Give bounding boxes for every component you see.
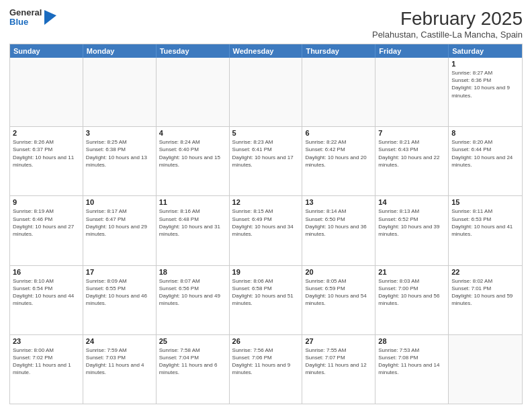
calendar-cell: 28Sunrise: 7:53 AMSunset: 7:08 PMDayligh… xyxy=(375,335,449,404)
cell-info: Sunrise: 8:24 AMSunset: 6:40 PMDaylight:… xyxy=(159,138,226,169)
day-number: 11 xyxy=(159,198,226,206)
day-number: 18 xyxy=(159,268,226,276)
calendar-cell: 25Sunrise: 7:58 AMSunset: 7:04 PMDayligh… xyxy=(157,335,230,404)
calendar-cell: 13Sunrise: 8:14 AMSunset: 6:50 PMDayligh… xyxy=(302,196,375,265)
calendar-cell: 18Sunrise: 8:07 AMSunset: 6:56 PMDayligh… xyxy=(157,266,230,334)
calendar-cell: 11Sunrise: 8:16 AMSunset: 6:48 PMDayligh… xyxy=(157,196,230,265)
calendar-cell: 16Sunrise: 8:10 AMSunset: 6:54 PMDayligh… xyxy=(10,266,83,334)
calendar-cell xyxy=(302,58,375,126)
cell-info: Sunrise: 8:00 AMSunset: 7:02 PMDaylight:… xyxy=(13,347,80,377)
cell-info: Sunrise: 8:17 AMSunset: 6:47 PMDaylight:… xyxy=(86,208,153,238)
day-number: 27 xyxy=(305,337,372,345)
calendar-cell: 3Sunrise: 8:25 AMSunset: 6:38 PMDaylight… xyxy=(83,127,157,195)
calendar-cell xyxy=(10,58,83,126)
day-number: 8 xyxy=(451,129,519,137)
calendar-cell: 26Sunrise: 7:56 AMSunset: 7:06 PMDayligh… xyxy=(230,335,303,404)
day-number: 5 xyxy=(232,129,300,137)
cell-info: Sunrise: 8:20 AMSunset: 6:44 PMDaylight:… xyxy=(451,138,519,169)
cal-weekday-saturday: Saturday xyxy=(449,44,522,58)
day-number: 3 xyxy=(86,129,153,137)
logo-icon xyxy=(44,10,56,25)
cell-info: Sunrise: 8:05 AMSunset: 6:59 PMDaylight:… xyxy=(305,277,372,308)
day-number: 13 xyxy=(305,198,372,206)
cal-weekday-monday: Monday xyxy=(83,44,157,58)
calendar-cell xyxy=(449,335,522,404)
cell-info: Sunrise: 7:53 AMSunset: 7:08 PMDaylight:… xyxy=(378,347,445,377)
cell-info: Sunrise: 8:16 AMSunset: 6:48 PMDaylight:… xyxy=(159,208,226,238)
calendar-cell: 24Sunrise: 7:59 AMSunset: 7:03 PMDayligh… xyxy=(83,335,157,404)
day-number: 23 xyxy=(13,337,80,345)
cell-info: Sunrise: 8:09 AMSunset: 6:55 PMDaylight:… xyxy=(86,277,153,308)
calendar-body: 1Sunrise: 8:27 AMSunset: 6:36 PMDaylight… xyxy=(10,58,522,404)
logo-text: General Blue xyxy=(9,8,42,28)
day-number: 1 xyxy=(451,60,519,68)
calendar-cell: 4Sunrise: 8:24 AMSunset: 6:40 PMDaylight… xyxy=(157,127,230,195)
cell-info: Sunrise: 8:22 AMSunset: 6:42 PMDaylight:… xyxy=(305,138,372,169)
cell-info: Sunrise: 8:25 AMSunset: 6:38 PMDaylight:… xyxy=(86,138,153,169)
day-number: 21 xyxy=(378,268,445,276)
svg-marker-0 xyxy=(44,10,56,25)
day-number: 9 xyxy=(13,198,80,206)
cell-info: Sunrise: 7:56 AMSunset: 7:06 PMDaylight:… xyxy=(232,347,300,377)
calendar-cell: 8Sunrise: 8:20 AMSunset: 6:44 PMDaylight… xyxy=(449,127,522,195)
page: General Blue February 2025 Pelahustan, C… xyxy=(0,0,532,411)
cell-info: Sunrise: 8:06 AMSunset: 6:58 PMDaylight:… xyxy=(232,277,300,308)
cell-info: Sunrise: 8:11 AMSunset: 6:53 PMDaylight:… xyxy=(451,208,519,238)
calendar-row-0: 1Sunrise: 8:27 AMSunset: 6:36 PMDaylight… xyxy=(10,58,522,127)
day-number: 10 xyxy=(86,198,153,206)
day-number: 15 xyxy=(451,198,519,206)
day-number: 12 xyxy=(232,198,300,206)
cell-info: Sunrise: 8:03 AMSunset: 7:00 PMDaylight:… xyxy=(378,277,445,308)
cell-info: Sunrise: 8:23 AMSunset: 6:41 PMDaylight:… xyxy=(232,138,300,169)
calendar-cell: 14Sunrise: 8:13 AMSunset: 6:52 PMDayligh… xyxy=(375,196,449,265)
logo-blue: Blue xyxy=(9,17,42,27)
day-number: 4 xyxy=(159,129,226,137)
day-number: 26 xyxy=(232,337,300,345)
day-number: 16 xyxy=(13,268,80,276)
calendar-cell: 19Sunrise: 8:06 AMSunset: 6:58 PMDayligh… xyxy=(230,266,303,334)
cell-info: Sunrise: 8:19 AMSunset: 6:46 PMDaylight:… xyxy=(13,208,80,238)
cell-info: Sunrise: 8:21 AMSunset: 6:43 PMDaylight:… xyxy=(378,138,445,169)
day-number: 28 xyxy=(378,337,445,345)
cell-info: Sunrise: 8:07 AMSunset: 6:56 PMDaylight:… xyxy=(159,277,226,308)
calendar-cell: 12Sunrise: 8:15 AMSunset: 6:49 PMDayligh… xyxy=(230,196,303,265)
calendar-cell xyxy=(230,58,303,126)
calendar-cell: 9Sunrise: 8:19 AMSunset: 6:46 PMDaylight… xyxy=(10,196,83,265)
calendar-cell: 21Sunrise: 8:03 AMSunset: 7:00 PMDayligh… xyxy=(375,266,449,334)
month-title: February 2025 xyxy=(372,8,523,30)
calendar-cell: 6Sunrise: 8:22 AMSunset: 6:42 PMDaylight… xyxy=(302,127,375,195)
day-number: 2 xyxy=(13,129,80,137)
calendar-cell: 2Sunrise: 8:26 AMSunset: 6:37 PMDaylight… xyxy=(10,127,83,195)
day-number: 20 xyxy=(305,268,372,276)
day-number: 24 xyxy=(86,337,153,345)
cell-info: Sunrise: 8:26 AMSunset: 6:37 PMDaylight:… xyxy=(13,138,80,169)
calendar-cell xyxy=(83,58,157,126)
title-block: February 2025 Pelahustan, Castille-La Ma… xyxy=(372,8,523,40)
location-subtitle: Pelahustan, Castille-La Mancha, Spain xyxy=(372,30,523,40)
calendar-header-row: SundayMondayTuesdayWednesdayThursdayFrid… xyxy=(10,44,522,58)
day-number: 22 xyxy=(451,268,519,276)
calendar-cell: 7Sunrise: 8:21 AMSunset: 6:43 PMDaylight… xyxy=(375,127,449,195)
cell-info: Sunrise: 8:15 AMSunset: 6:49 PMDaylight:… xyxy=(232,208,300,238)
day-number: 6 xyxy=(305,129,372,137)
cell-info: Sunrise: 8:02 AMSunset: 7:01 PMDaylight:… xyxy=(451,277,519,308)
cell-info: Sunrise: 8:10 AMSunset: 6:54 PMDaylight:… xyxy=(13,277,80,308)
calendar-cell: 23Sunrise: 8:00 AMSunset: 7:02 PMDayligh… xyxy=(10,335,83,404)
cal-weekday-wednesday: Wednesday xyxy=(230,44,303,58)
day-number: 7 xyxy=(378,129,445,137)
cal-weekday-thursday: Thursday xyxy=(302,44,375,58)
cal-weekday-tuesday: Tuesday xyxy=(157,44,230,58)
calendar-row-3: 16Sunrise: 8:10 AMSunset: 6:54 PMDayligh… xyxy=(10,266,522,335)
logo-general: General xyxy=(9,8,42,17)
calendar-row-4: 23Sunrise: 8:00 AMSunset: 7:02 PMDayligh… xyxy=(10,335,522,404)
cell-info: Sunrise: 7:55 AMSunset: 7:07 PMDaylight:… xyxy=(305,347,372,377)
cell-info: Sunrise: 8:13 AMSunset: 6:52 PMDaylight:… xyxy=(378,208,445,238)
calendar-row-2: 9Sunrise: 8:19 AMSunset: 6:46 PMDaylight… xyxy=(10,196,522,265)
cal-weekday-friday: Friday xyxy=(375,44,449,58)
cell-info: Sunrise: 7:59 AMSunset: 7:03 PMDaylight:… xyxy=(86,347,153,377)
calendar-cell xyxy=(157,58,230,126)
calendar-cell: 20Sunrise: 8:05 AMSunset: 6:59 PMDayligh… xyxy=(302,266,375,334)
cell-info: Sunrise: 8:14 AMSunset: 6:50 PMDaylight:… xyxy=(305,208,372,238)
cal-weekday-sunday: Sunday xyxy=(10,44,83,58)
cell-info: Sunrise: 7:58 AMSunset: 7:04 PMDaylight:… xyxy=(159,347,226,377)
